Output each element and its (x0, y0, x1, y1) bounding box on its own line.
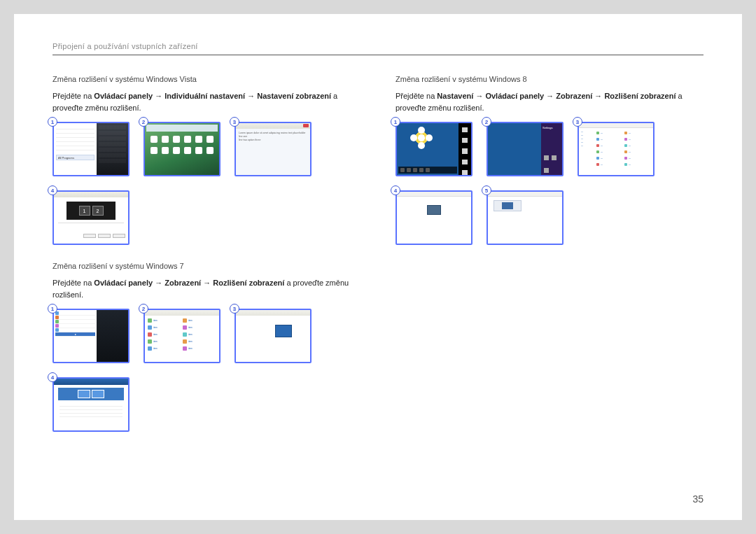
step-badge: 5 (482, 185, 491, 195)
text: Přejděte na (52, 279, 94, 287)
win7-heading: Změna rozlišení v systému Windows 7 (52, 262, 360, 270)
page-number: 35 (692, 493, 704, 505)
step-badge: 4 (48, 372, 57, 382)
bold: Zobrazení (556, 92, 592, 100)
bold: Ovládací panely (485, 92, 544, 100)
step-badge: 4 (48, 185, 57, 195)
screenshot-thumb: Settings (486, 122, 564, 176)
vista-step-2: 2 (144, 122, 220, 176)
arrow-icon: → (203, 279, 211, 287)
left-column: Změna rozlišení v systému Windows Vista … (52, 75, 360, 449)
vista-instructions: Přejděte na Ovládací panely → Individuál… (52, 90, 360, 113)
monitor-1: 1 (79, 206, 90, 216)
win8-step-5: 5 (486, 190, 564, 245)
win8-step-3: 3 ————— —— —— —— —— —— (578, 122, 654, 176)
win7-step-2: 2 itemitem itemitem itemitem itemitem it… (144, 309, 220, 363)
step-badge: 4 (391, 185, 400, 195)
text: Přejděte na (396, 92, 437, 100)
win8-step-1: 1 (396, 122, 472, 176)
screenshot-thumb: ▸ (52, 309, 130, 363)
win7-thumbnails: 1 ▸ (52, 309, 360, 432)
win7-step-4: 4 (52, 377, 130, 432)
screenshot-thumb (486, 190, 564, 245)
bold: Zobrazení (164, 279, 201, 287)
page-header: Připojení a používání vstupních zařízení (52, 42, 704, 55)
arrow-icon: → (546, 92, 554, 100)
step-badge: 3 (230, 304, 239, 314)
screenshot-thumb (234, 309, 312, 363)
step-badge: 3 (573, 117, 582, 127)
bold: Nastavení zobrazení (257, 92, 331, 100)
screenshot-thumb (52, 377, 130, 432)
screenshot-thumb: Lorem ipsum dolor sit amet adipiscing re… (234, 122, 312, 176)
content-columns: Změna rozlišení v systému Windows Vista … (52, 75, 704, 449)
step-badge: 2 (139, 304, 148, 314)
win7-instructions: Přejděte na Ovládací panely → Zobrazení … (52, 277, 360, 300)
right-column: Změna rozlišení v systému Windows 8 Přej… (396, 75, 704, 449)
step-badge: 2 (482, 117, 491, 127)
win8-heading: Změna rozlišení v systému Windows 8 (396, 75, 704, 83)
screenshot-thumb: All Programs (52, 122, 130, 176)
step-badge: 1 (48, 117, 57, 127)
step-badge: 1 (48, 304, 57, 314)
bold: Ovládací panely (94, 279, 153, 287)
bold: Ovládací panely (94, 92, 153, 100)
win7-step-3: 3 (234, 309, 312, 363)
step-badge: 3 (230, 117, 239, 127)
screenshot-thumb (396, 190, 472, 245)
screenshot-thumb (144, 122, 220, 176)
bold: Nastavení (437, 92, 473, 100)
win8-step-4: 4 (396, 190, 472, 245)
all-programs-label: All Programs (56, 155, 94, 160)
arrow-icon: → (594, 92, 602, 100)
bold: Rozlišení zobrazení (213, 279, 284, 287)
document-page: Připojení a používání vstupních zařízení… (14, 14, 742, 520)
vista-step-4: 4 1 2 (52, 190, 130, 245)
vista-step-3: 3 Lorem ipsum dolor sit amet adipiscing … (234, 122, 312, 176)
vista-thumbnails: 1 All Programs 2 (52, 122, 360, 245)
win8-instructions: Přejděte na Nastavení → Ovládací panely … (396, 90, 704, 113)
arrow-icon: → (247, 92, 255, 100)
screenshot-thumb: 1 2 (52, 190, 130, 245)
screenshot-thumb: itemitem itemitem itemitem itemitem item… (144, 309, 220, 363)
screenshot-thumb (396, 122, 472, 176)
step-badge: 2 (139, 117, 148, 127)
win8-thumbnails: 1 2 (396, 122, 704, 245)
bold: Individuální nastavení (164, 92, 245, 100)
monitor-2: 2 (92, 206, 104, 216)
screenshot-thumb: ————— —— —— —— —— —— —— (578, 122, 654, 176)
vista-heading: Změna rozlišení v systému Windows Vista (52, 75, 360, 83)
text: Přejděte na (52, 92, 94, 100)
vista-step-1: 1 All Programs (52, 122, 130, 176)
step-badge: 1 (391, 117, 400, 127)
bold: Rozlišení zobrazení (604, 92, 676, 100)
arrow-icon: → (155, 92, 162, 100)
win7-step-1: 1 ▸ (52, 309, 130, 363)
win8-step-2: 2 Settings (486, 122, 564, 176)
arrow-icon: → (475, 92, 483, 100)
arrow-icon: → (155, 279, 162, 287)
